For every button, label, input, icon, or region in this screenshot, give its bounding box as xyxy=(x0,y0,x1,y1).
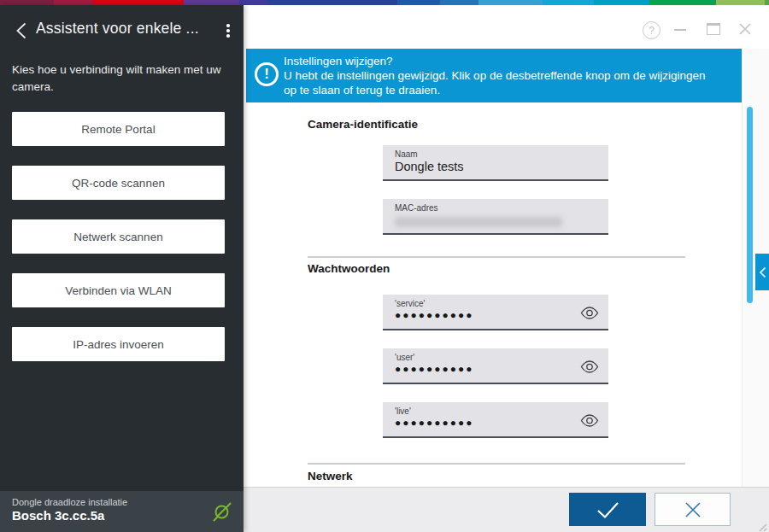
show-password-icon[interactable] xyxy=(579,360,600,374)
back-icon[interactable] xyxy=(12,20,32,41)
name-field-value: Dongle tests xyxy=(395,160,608,173)
footer-subtitle: Dongle draadloze installatie xyxy=(12,497,127,507)
show-password-icon[interactable] xyxy=(579,306,600,320)
sidebar-title: Assistent voor enkele ... xyxy=(36,20,199,38)
password-live-label: 'live' xyxy=(395,406,608,416)
close-icon[interactable] xyxy=(737,21,753,37)
x-icon xyxy=(682,499,704,521)
sidebar-button-qr-code-scan[interactable]: QR-code scannen xyxy=(12,166,225,200)
sidebar-button-remote-portal[interactable]: Remote Portal xyxy=(12,112,225,146)
section-title-network: Netwerk xyxy=(308,470,353,482)
show-password-icon[interactable] xyxy=(579,413,600,428)
name-field[interactable]: Naam Dongle tests xyxy=(383,145,608,181)
save-changes-button[interactable] xyxy=(569,493,646,526)
checkmark-icon xyxy=(593,500,622,520)
name-field-label: Naam xyxy=(395,149,608,159)
sidebar-button-enter-ip[interactable]: IP-adres invoeren xyxy=(12,327,225,361)
section-title-passwords: Wachtwoorden xyxy=(308,262,390,275)
password-field-user[interactable]: 'user' ●●●●●●●●●● xyxy=(383,348,608,384)
section-title-camera-identification: Camera-identificatie xyxy=(308,118,418,131)
help-glyph: ? xyxy=(649,25,655,37)
resize-grip[interactable] xyxy=(757,520,767,530)
password-field-live[interactable]: 'live' ●●●●●●●●●● xyxy=(383,402,608,438)
mac-address-field[interactable]: MAC-adres xyxy=(383,199,608,235)
settings-form: Camera-identificatie Naam Dongle tests M… xyxy=(244,102,742,487)
banner-title: Instellingen wijzigen? xyxy=(284,54,715,68)
discard-changes-button[interactable] xyxy=(655,493,731,526)
footer-device-name: Bosch 3c.cc.5a xyxy=(12,508,104,523)
scrollbar-thumb[interactable] xyxy=(747,107,753,303)
section-divider xyxy=(308,463,685,465)
sidebar-button-network-scan[interactable]: Netwerk scannen xyxy=(12,219,225,254)
settings-changed-banner: ! Instellingen wijzigen? U hebt de inste… xyxy=(246,49,742,102)
password-service-value: ●●●●●●●●●● xyxy=(395,309,608,321)
password-field-service[interactable]: 'service' ●●●●●●●●●● xyxy=(383,295,608,330)
dongle-connected-icon xyxy=(210,500,234,523)
overflow-menu-icon[interactable] xyxy=(220,20,236,41)
minimize-icon[interactable] xyxy=(674,29,686,31)
section-divider xyxy=(308,256,685,258)
sidebar-description: Kies hoe u verbinding wilt maken met uw … xyxy=(12,61,229,96)
help-icon[interactable]: ? xyxy=(643,21,660,39)
app-window: ? ! Instellingen wijzigen? U hebt de ins… xyxy=(0,0,769,532)
mac-address-label: MAC-adres xyxy=(395,203,608,213)
sidebar-footer: Dongle draadloze installatie Bosch 3c.cc… xyxy=(0,491,244,532)
wizard-sidebar: Assistent voor enkele ... Kies hoe u ver… xyxy=(0,5,244,532)
action-bar xyxy=(244,487,769,532)
password-live-value: ●●●●●●●●●● xyxy=(395,417,608,429)
maximize-icon[interactable] xyxy=(707,23,720,35)
alert-icon: ! xyxy=(255,62,279,86)
mac-address-value-redacted xyxy=(395,217,562,227)
alert-glyph: ! xyxy=(264,66,269,83)
sidebar-button-connect-wlan[interactable]: Verbinden via WLAN xyxy=(12,273,225,307)
chevron-left-icon xyxy=(759,266,766,278)
password-service-label: 'service' xyxy=(395,299,608,308)
password-user-value: ●●●●●●●●●● xyxy=(395,363,608,375)
password-user-label: 'user' xyxy=(395,353,608,362)
banner-text: Instellingen wijzigen? U hebt de instell… xyxy=(284,54,715,97)
banner-message: U hebt de instellingen gewijzigd. Klik o… xyxy=(284,68,715,97)
panel-collapse-tab[interactable] xyxy=(755,254,769,290)
